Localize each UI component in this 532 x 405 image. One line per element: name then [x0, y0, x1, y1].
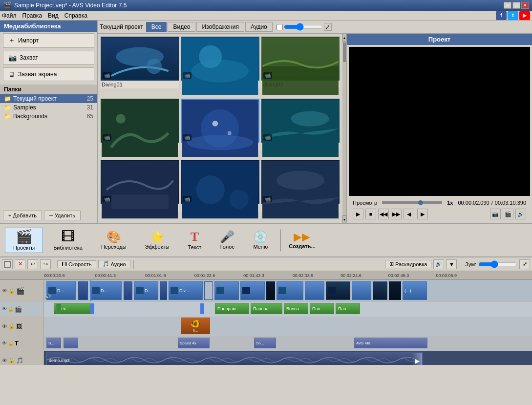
- effect-clip-volna[interactable]: Волна: [284, 303, 308, 314]
- scroll-down-button[interactable]: ▼: [342, 215, 346, 223]
- tab-images[interactable]: Изображения: [196, 22, 244, 32]
- play-button[interactable]: ▶: [353, 209, 363, 219]
- tab-video[interactable]: Видео: [168, 22, 195, 32]
- rewind-button[interactable]: ◀◀: [378, 209, 389, 219]
- zoom-slider[interactable]: [478, 260, 517, 268]
- video-clip-1[interactable]: D...: [46, 281, 76, 300]
- folder-current-project[interactable]: 📁 Текущий проект 25: [0, 94, 97, 103]
- tab-expand-button[interactable]: ⤢: [324, 23, 332, 31]
- lock-icon-audio[interactable]: 🔒: [8, 357, 15, 363]
- menu-help[interactable]: Справка: [64, 12, 87, 19]
- media-item-diving01[interactable]: 📹 Diving01: [101, 37, 179, 97]
- eye-icon-image[interactable]: 👁: [2, 323, 7, 329]
- maximize-button[interactable]: □: [512, 2, 520, 9]
- toolbar-transitions[interactable]: 🎨 Переходы: [93, 229, 135, 252]
- tab-audio[interactable]: Аудио: [245, 22, 273, 32]
- text-clip-so[interactable]: So...: [254, 338, 276, 348]
- thumb-size-slider[interactable]: [284, 23, 323, 31]
- video-clip-4[interactable]: Div...: [169, 281, 203, 300]
- video-clip-3[interactable]: D...: [134, 281, 158, 300]
- menu-file[interactable]: Файл: [2, 12, 17, 19]
- eye-icon-effects[interactable]: 👁: [2, 306, 7, 312]
- scroll-thumb[interactable]: [343, 43, 346, 62]
- video-clip-8[interactable]: [305, 281, 324, 300]
- close-button[interactable]: ✕: [521, 2, 529, 9]
- effect-clip-panora[interactable]: Панора...: [251, 303, 282, 314]
- media-item-diving08[interactable]: 📹 Diving08: [181, 160, 259, 220]
- media-item-diving09[interactable]: 📹 Diving09: [261, 160, 340, 220]
- toolbar-voice[interactable]: 🎤 Голос: [212, 229, 243, 252]
- video-clip-12[interactable]: [389, 281, 401, 300]
- menu-view[interactable]: Вид: [48, 12, 59, 19]
- audio-button[interactable]: 🎵 Аудио: [98, 260, 130, 268]
- frame-next-button[interactable]: ▶: [417, 209, 428, 219]
- video-clip-2[interactable]: D...: [90, 281, 122, 300]
- text-clip-avs[interactable]: AVS Vid...: [354, 338, 427, 348]
- facebook-icon[interactable]: f: [496, 11, 507, 20]
- select-tool-button[interactable]: [2, 259, 13, 269]
- video-clip-11[interactable]: [373, 281, 387, 300]
- audio-clip-demo[interactable]: demo.mp3 ▶: [46, 352, 423, 365]
- track-options-button[interactable]: ▼: [446, 259, 457, 269]
- minimize-button[interactable]: ─: [504, 2, 511, 9]
- tab-all[interactable]: Все: [146, 22, 167, 32]
- remove-folder-button[interactable]: ─ Удалить: [44, 211, 81, 220]
- video-clip-transition3[interactable]: [160, 281, 167, 300]
- youtube-icon[interactable]: ▶: [519, 11, 530, 20]
- media-scrollbar[interactable]: ▲ ▼: [342, 34, 346, 223]
- folder-samples[interactable]: 📁 Samples 31: [0, 103, 97, 112]
- folder-backgrounds[interactable]: 📁 Backgrounds 65: [0, 112, 97, 121]
- video-clip-transition[interactable]: [78, 281, 88, 300]
- storyboard-button[interactable]: ⊞ Раскадровка: [385, 260, 431, 268]
- screenshot-button[interactable]: 📷: [490, 209, 501, 219]
- volume-track-button[interactable]: 🔊: [433, 259, 444, 269]
- add-folder-button[interactable]: + Добавить: [3, 211, 42, 220]
- redo-button[interactable]: ↪: [40, 259, 51, 269]
- speed-button[interactable]: 🎞 Скорость: [57, 260, 96, 268]
- eye-icon-text[interactable]: 👁: [2, 341, 7, 346]
- toolbar-library[interactable]: 🎞 Библиотека: [45, 228, 91, 253]
- twitter-icon[interactable]: t: [508, 11, 518, 20]
- screen-capture-button[interactable]: 🖥 Захват экрана: [3, 67, 94, 81]
- effect-clip-pan1[interactable]: Пан...: [310, 303, 334, 314]
- volume-button[interactable]: 🔊: [515, 209, 526, 219]
- video-clip-7[interactable]: [277, 281, 303, 300]
- lock-icon-effects[interactable]: 🔒: [8, 306, 14, 312]
- video-clip-last[interactable]: (...): [403, 281, 427, 300]
- toolbar-projects[interactable]: 🎬 Проекты: [5, 228, 43, 253]
- video-clip-transition2[interactable]: [124, 281, 132, 300]
- video-clip-5[interactable]: [214, 281, 239, 300]
- text-clip-speed[interactable]: Speed 4x: [178, 338, 210, 348]
- lock-icon-image[interactable]: 🔒: [8, 323, 15, 329]
- lock-icon[interactable]: 🔒: [8, 288, 15, 294]
- toolbar-effects[interactable]: ⭐ Эффекты: [137, 229, 178, 252]
- undo-button[interactable]: ↩: [27, 259, 38, 269]
- image-clip-fish[interactable]: 🐠 fi...: [181, 318, 210, 334]
- media-item-diving03[interactable]: 📹 Diving03: [261, 37, 340, 97]
- media-item-diving05[interactable]: 📹 Diving05: [181, 99, 259, 159]
- import-button[interactable]: ＋ Импорт: [3, 33, 94, 48]
- capture-button[interactable]: 📷 Захват: [3, 51, 94, 64]
- frame-prev-button[interactable]: ◀: [404, 209, 414, 219]
- eye-icon[interactable]: 👁: [2, 288, 7, 294]
- delete-clip-button[interactable]: ✕: [15, 259, 25, 269]
- video-clip-transition4[interactable]: [204, 281, 213, 300]
- camera-button[interactable]: 🎬: [503, 209, 513, 219]
- toolbar-menu[interactable]: 💿 Меню: [245, 229, 276, 252]
- video-clip-6[interactable]: [240, 281, 265, 300]
- menu-edit[interactable]: Правка: [22, 12, 43, 19]
- eye-icon-audio[interactable]: 👁: [2, 358, 7, 363]
- fit-timeline-button[interactable]: ⤢: [519, 259, 530, 269]
- lock-icon-text[interactable]: 🔒: [8, 341, 14, 346]
- text-clip-s[interactable]: S...: [46, 338, 61, 348]
- video-clip-black[interactable]: [266, 281, 275, 300]
- tab-checkbox[interactable]: [277, 24, 283, 30]
- effect-clip-panaram[interactable]: Панорам...: [215, 303, 249, 314]
- effect-clip-pan2[interactable]: Пан...: [336, 303, 360, 314]
- video-clip-9[interactable]: [326, 281, 350, 300]
- stop-button[interactable]: ■: [365, 209, 376, 219]
- text-clip-2[interactable]: [64, 338, 78, 348]
- media-item-diving06[interactable]: 📹 Diving06: [261, 99, 340, 159]
- media-item-diving07[interactable]: 📹 Diving07: [101, 160, 179, 220]
- preview-slider[interactable]: [382, 201, 442, 204]
